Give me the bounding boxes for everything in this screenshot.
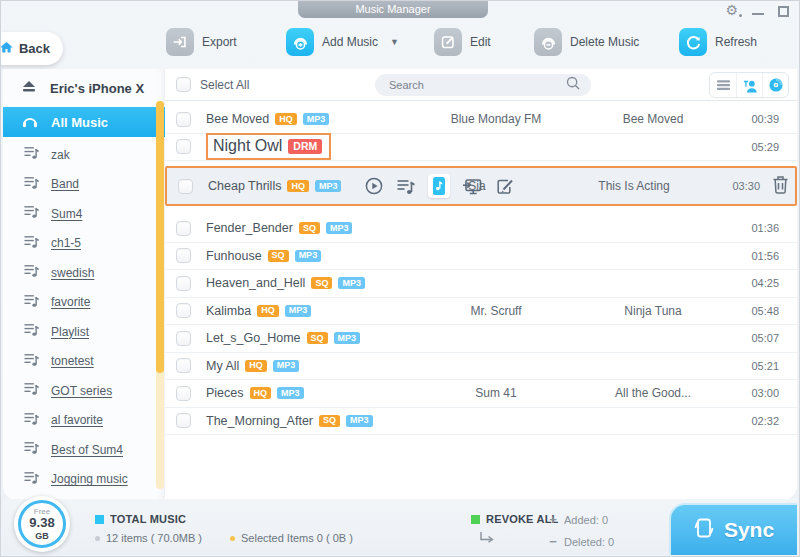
total-music-label: TOTAL MUSIC bbox=[110, 513, 186, 525]
statusbar: Free 9.38 GB TOTAL MUSIC 12 items ( 70.0… bbox=[3, 499, 797, 555]
song-duration: 05:21 bbox=[729, 360, 779, 372]
playlist-list: zak Band Sum4 bbox=[3, 140, 165, 494]
song-row[interactable]: Heaven_and_Hell SQ MP3 04:25 bbox=[165, 270, 797, 298]
song-title: Kalimba bbox=[206, 304, 251, 318]
song-checkbox[interactable] bbox=[176, 112, 191, 127]
back-button[interactable]: Back bbox=[0, 32, 63, 65]
playlist-icon bbox=[23, 440, 40, 459]
format-badge: MP3 bbox=[277, 387, 304, 399]
song-row[interactable]: Bee Moved HQ MP3 Blue Monday FM Bee Move… bbox=[165, 106, 797, 134]
quality-badge: HQ bbox=[257, 305, 279, 317]
artist-view-button[interactable] bbox=[736, 73, 762, 97]
sync-button[interactable]: Sync bbox=[669, 503, 797, 555]
song-checkbox[interactable] bbox=[176, 221, 191, 236]
sidebar-playlist-item[interactable]: Playlist bbox=[3, 317, 165, 347]
song-row[interactable]: Cheap Thrills HQ MP3 bbox=[165, 166, 797, 206]
edit-button[interactable]: Edit bbox=[434, 28, 491, 56]
search-input[interactable] bbox=[389, 79, 565, 91]
song-album: All the Good... bbox=[577, 386, 729, 400]
song-row[interactable]: Kalimba HQ MP3 Mr. Scruff Ninja Tuna 05:… bbox=[165, 298, 797, 326]
song-row[interactable]: Let_s_Go_Home SQ MP3 05:07 bbox=[165, 325, 797, 353]
playlist-icon bbox=[23, 352, 40, 371]
song-title: Let_s_Go_Home bbox=[206, 331, 301, 345]
export-button[interactable]: Export bbox=[166, 28, 237, 56]
song-row[interactable]: Pieces HQ MP3 Sum 41 All the Good... 03:… bbox=[165, 380, 797, 408]
sidebar-playlist-item[interactable]: Best of Sum4 bbox=[3, 435, 165, 465]
quality-badge: SQ bbox=[319, 415, 340, 427]
add-music-button[interactable]: Add Music ▼ bbox=[286, 28, 399, 56]
playlist-icon bbox=[23, 381, 40, 400]
sidebar-playlist-item[interactable]: Band bbox=[3, 170, 165, 200]
sidebar-playlist-item[interactable]: al favorite bbox=[3, 406, 165, 436]
song-checkbox[interactable] bbox=[178, 179, 193, 194]
refresh-label: Refresh bbox=[715, 35, 757, 49]
delete-icon[interactable] bbox=[772, 175, 789, 198]
title-group: Bee Moved HQ MP3 bbox=[206, 112, 329, 126]
total-music-swatch bbox=[95, 515, 104, 524]
song-row[interactable]: Funhouse SQ MP3 01:56 bbox=[165, 243, 797, 271]
delete-music-button[interactable]: Delete Music bbox=[534, 28, 639, 56]
song-checkbox[interactable] bbox=[176, 276, 191, 291]
eject-icon[interactable] bbox=[21, 79, 37, 97]
add-music-dropdown-arrow[interactable]: ▼ bbox=[390, 37, 399, 47]
song-row[interactable]: My All HQ MP3 05:21 bbox=[165, 353, 797, 381]
sidebar-playlist-item[interactable]: Jogging music bbox=[3, 465, 165, 495]
playlist-icon bbox=[23, 145, 40, 164]
sidebar-playlist-item[interactable]: Sum4 bbox=[3, 199, 165, 229]
deleted-minus-icon: − bbox=[548, 534, 558, 549]
sidebar-playlist-item[interactable]: GOT series bbox=[3, 376, 165, 406]
playlist-label: Sum4 bbox=[51, 207, 82, 221]
home-icon bbox=[0, 40, 14, 58]
title-group: Kalimba HQ MP3 bbox=[206, 304, 311, 318]
sidebar-playlist-item[interactable]: ch1-5 bbox=[3, 229, 165, 259]
format-badge: MP3 bbox=[338, 277, 365, 289]
playlist-icon bbox=[23, 470, 40, 489]
selected-items-dot bbox=[230, 536, 235, 541]
play-icon[interactable] bbox=[364, 176, 384, 196]
sidebar-playlist-item[interactable]: tonetest bbox=[3, 347, 165, 377]
song-row[interactable]: Night Owl DRM 05:29 bbox=[165, 134, 797, 162]
song-checkbox[interactable] bbox=[176, 386, 191, 401]
song-checkbox[interactable] bbox=[176, 358, 191, 373]
album-view-button[interactable] bbox=[762, 73, 788, 97]
delete-music-icon bbox=[534, 28, 562, 56]
sidebar-playlist-item[interactable]: swedish bbox=[3, 258, 165, 288]
song-duration: 05:07 bbox=[729, 332, 779, 344]
sidebar-scrollbar[interactable] bbox=[156, 101, 164, 489]
sidebar-playlist-item[interactable]: zak bbox=[3, 140, 165, 170]
search-icon[interactable] bbox=[565, 75, 581, 95]
playlist-icon bbox=[23, 411, 40, 430]
song-checkbox[interactable] bbox=[176, 139, 191, 154]
view-switch bbox=[709, 72, 789, 98]
song-checkbox[interactable] bbox=[176, 248, 191, 263]
sidebar-playlist-item[interactable]: favorite bbox=[3, 288, 165, 318]
list-view-button[interactable] bbox=[710, 73, 736, 97]
device-row[interactable]: Eric's iPhone X bbox=[3, 73, 165, 103]
headphones-icon bbox=[21, 113, 39, 132]
quality-badge: SQ bbox=[268, 250, 289, 262]
maximize-button[interactable] bbox=[778, 6, 789, 17]
music-manager-window: Music Manager ⚙ Back Export bbox=[0, 0, 800, 557]
song-checkbox[interactable] bbox=[176, 303, 191, 318]
song-checkbox[interactable] bbox=[176, 413, 191, 428]
revoke-all-group[interactable]: REVOKE ALL bbox=[471, 513, 559, 552]
song-row[interactable]: Fender_Bender SQ MP3 01:36 bbox=[165, 215, 797, 243]
minimize-button[interactable] bbox=[752, 13, 764, 15]
select-all-control[interactable]: Select All bbox=[176, 77, 249, 92]
song-duration: 01:36 bbox=[729, 222, 779, 234]
title-group: The_Morning_After SQ MP3 bbox=[206, 414, 373, 428]
added-count: Added: 0 bbox=[564, 514, 608, 526]
format-badge: MP3 bbox=[303, 113, 330, 125]
search-box[interactable] bbox=[375, 74, 591, 96]
song-checkbox[interactable] bbox=[176, 331, 191, 346]
sidebar-scrollbar-thumb[interactable] bbox=[156, 101, 164, 373]
refresh-button[interactable]: Refresh bbox=[679, 28, 757, 56]
sidebar-item-all-music[interactable]: All Music bbox=[3, 107, 165, 137]
settings-gear-icon[interactable]: ⚙ bbox=[725, 2, 738, 18]
format-badge: MP3 bbox=[326, 222, 353, 234]
playlist-label: al favorite bbox=[51, 413, 103, 427]
song-album: Bee Moved bbox=[577, 112, 729, 126]
song-row[interactable]: The_Morning_After SQ MP3 02:32 bbox=[165, 408, 797, 436]
sync-label: Sync bbox=[724, 518, 774, 542]
select-all-checkbox[interactable] bbox=[176, 77, 191, 92]
